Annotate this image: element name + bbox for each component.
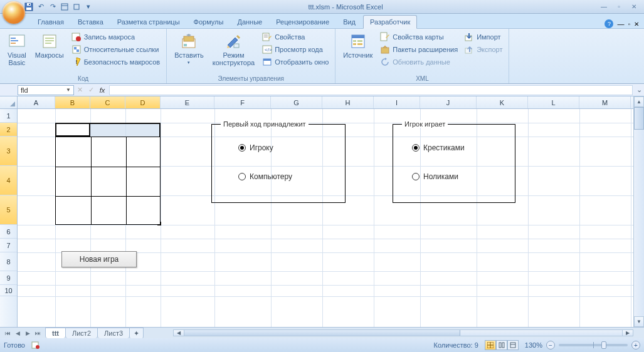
undo-icon[interactable]: ↶: [36, 2, 46, 12]
scroll-thumb[interactable]: [634, 107, 644, 130]
cell-grid[interactable]: Новая игра Первый ход принадлежит Игроку…: [18, 109, 633, 327]
radio-computer[interactable]: Компьютеру: [238, 172, 292, 181]
sheet-tab-3[interactable]: Лист3: [97, 328, 130, 338]
row-header-1[interactable]: 1: [0, 109, 17, 123]
expand-formula-bar-icon[interactable]: ⌄: [634, 86, 644, 94]
redo-icon[interactable]: ↷: [48, 2, 58, 12]
record-macro-button[interactable]: Запись макроса: [70, 31, 162, 43]
formula-input[interactable]: [109, 85, 633, 95]
refresh-data-icon: [380, 57, 390, 67]
restore-button[interactable]: ▫: [613, 3, 625, 11]
column-header-D[interactable]: D: [125, 96, 161, 108]
tab-insert[interactable]: Вставка: [71, 16, 110, 28]
run-dialog-button[interactable]: Отобразить окно: [261, 56, 330, 68]
column-header-A[interactable]: A: [18, 96, 55, 108]
tab-pagelayout[interactable]: Разметка страницы: [111, 16, 186, 28]
zoom-slider-knob[interactable]: [601, 341, 606, 349]
new-sheet-tab[interactable]: ✦: [129, 328, 144, 339]
doc-restore-button[interactable]: ▫: [628, 21, 630, 28]
minimize-button[interactable]: —: [598, 3, 610, 11]
tab-nav-last[interactable]: ⏭: [33, 330, 43, 336]
map-properties-button[interactable]: Свойства карты: [379, 31, 459, 43]
tab-nav-first[interactable]: ⏮: [3, 330, 13, 336]
row-header-5[interactable]: 5: [0, 195, 17, 225]
save-icon[interactable]: [24, 2, 34, 12]
macro-recording-icon[interactable]: [31, 341, 40, 349]
radio-player[interactable]: Игроку: [238, 143, 273, 152]
row-header-4[interactable]: 4: [0, 166, 17, 195]
visual-basic-button[interactable]: Visual Basic: [5, 31, 29, 68]
horizontal-scrollbar[interactable]: ◀ ▶: [173, 329, 633, 336]
properties-button[interactable]: Свойства: [261, 31, 330, 43]
close-button[interactable]: ✕: [628, 3, 640, 11]
tab-developer[interactable]: Разработчик: [363, 15, 417, 29]
zoom-out-button[interactable]: −: [546, 341, 555, 349]
name-box[interactable]: fld▼: [18, 85, 74, 95]
doc-close-button[interactable]: ✕: [634, 21, 639, 28]
zoom-slider[interactable]: [559, 344, 628, 346]
fx-button[interactable]: fx: [97, 86, 108, 94]
scroll-thumb[interactable]: [184, 330, 460, 336]
tab-formulas[interactable]: Формулы: [187, 16, 230, 28]
column-header-F[interactable]: F: [214, 96, 271, 108]
relative-refs-button[interactable]: Относительные ссылки: [70, 44, 162, 55]
column-header-E[interactable]: E: [161, 96, 214, 108]
tab-nav-prev[interactable]: ◀: [13, 330, 23, 336]
expansion-packs-button[interactable]: Пакеты расширения: [379, 44, 459, 55]
column-header-K[interactable]: K: [477, 96, 528, 108]
help-icon[interactable]: ?: [604, 19, 613, 28]
source-button[interactable]: Источник: [340, 31, 375, 60]
office-button[interactable]: [3, 1, 25, 24]
tab-data[interactable]: Данные: [231, 16, 268, 28]
scroll-right-button[interactable]: ▶: [622, 330, 633, 336]
normal-view-button[interactable]: [485, 340, 496, 350]
select-all-corner[interactable]: [0, 96, 18, 108]
cancel-formula-icon[interactable]: ✕: [74, 86, 85, 94]
row-header-7[interactable]: 7: [0, 239, 17, 252]
qat-dropdown-icon[interactable]: ▾: [83, 2, 93, 12]
column-header-C[interactable]: C: [90, 96, 125, 108]
tab-nav-next[interactable]: ▶: [23, 330, 33, 336]
doc-minimize-button[interactable]: —: [617, 20, 624, 28]
new-game-button[interactable]: Новая игра: [61, 251, 137, 267]
radio-noughts[interactable]: Ноликами: [412, 172, 458, 181]
scroll-down-button[interactable]: ▼: [634, 316, 644, 327]
macros-button[interactable]: Макросы: [33, 31, 66, 60]
enter-formula-icon[interactable]: ✓: [85, 86, 97, 94]
row-header-2[interactable]: 2: [0, 123, 17, 137]
design-mode-button[interactable]: Режим конструктора: [210, 31, 257, 68]
column-header-M[interactable]: M: [579, 96, 631, 108]
refresh-data-button[interactable]: Обновить данные: [379, 56, 459, 68]
column-header-H[interactable]: H: [322, 96, 374, 108]
export-button[interactable]: Экспорт: [463, 44, 504, 55]
scroll-left-button[interactable]: ◀: [174, 330, 184, 336]
view-code-button[interactable]: </> Просмотр кода: [261, 44, 330, 55]
sheet-tab-ttt[interactable]: ttt: [45, 328, 66, 338]
column-header-J[interactable]: J: [420, 96, 477, 108]
radio-crosses[interactable]: Крестиками: [412, 143, 465, 152]
custom2-icon[interactable]: [71, 2, 82, 12]
column-header-G[interactable]: G: [271, 96, 322, 108]
macro-security-button[interactable]: ! Безопасность макросов: [70, 56, 162, 68]
custom1-icon[interactable]: [60, 2, 70, 12]
column-header-I[interactable]: I: [374, 96, 420, 108]
row-header-6[interactable]: 6: [0, 225, 17, 239]
row-header-3[interactable]: 3: [0, 137, 17, 166]
page-layout-view-button[interactable]: [496, 340, 507, 350]
tab-view[interactable]: Вид: [337, 16, 362, 28]
row-header-10[interactable]: 10: [0, 285, 17, 296]
row-header-9[interactable]: 9: [0, 271, 17, 285]
column-header-B[interactable]: B: [55, 96, 90, 108]
scroll-up-button[interactable]: ▲: [634, 96, 644, 107]
insert-button[interactable]: Вставить▾: [172, 31, 206, 66]
vertical-scrollbar[interactable]: ▲ ▼: [633, 96, 644, 327]
column-header-L[interactable]: L: [528, 96, 579, 108]
zoom-in-button[interactable]: +: [631, 341, 640, 349]
sheet-tab-2[interactable]: Лист2: [65, 328, 98, 338]
row-header-8[interactable]: 8: [0, 252, 17, 271]
tab-home[interactable]: Главная: [31, 16, 70, 28]
page-break-view-button[interactable]: [507, 340, 519, 350]
import-button[interactable]: Импорт: [463, 31, 504, 43]
zoom-value[interactable]: 130%: [525, 341, 542, 349]
tab-review[interactable]: Рецензирование: [270, 16, 335, 28]
